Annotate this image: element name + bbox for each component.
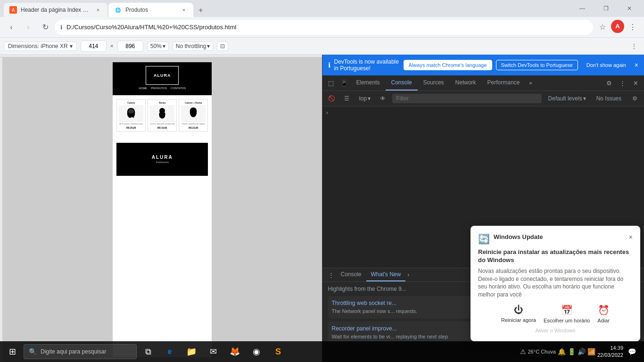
switch-portuguese-button[interactable]: Switch DevTools to Portuguese [496, 60, 578, 70]
devtools-notification: ℹ DevTools is now available in Portugues… [322, 55, 644, 75]
wu-watermark: Ativar o Windows [478, 327, 633, 334]
bottom-tab-console[interactable]: Console [336, 268, 366, 281]
explorer-button[interactable]: 📁 [181, 341, 202, 362]
tray-battery-icon[interactable]: 🔋 [568, 348, 576, 355]
bottom-more-button[interactable]: › [405, 269, 411, 281]
console-settings-button[interactable]: ⚙ [629, 93, 640, 104]
log-levels-label: Default levels [548, 95, 582, 102]
bottom-tab-whats-new[interactable]: What's New [366, 268, 406, 281]
tray-network-icon[interactable]: 🔔 [558, 348, 566, 355]
reload-button[interactable]: ↻ [38, 20, 53, 35]
minimize-button[interactable]: — [571, 1, 593, 16]
combo-icon [188, 107, 199, 121]
throttle-chevron-icon: ▾ [207, 43, 210, 49]
back-button[interactable]: ‹ [4, 20, 19, 35]
address-bar[interactable]: ℹ D:/Cursos/Curso%20Alura/HTML%20+%20CSS… [55, 20, 593, 35]
tab-1-close[interactable]: × [94, 6, 102, 14]
watch-expressions-button[interactable]: 👁 [377, 93, 388, 104]
task-view-button[interactable]: ⧉ [138, 341, 158, 362]
close-button[interactable]: ✕ [619, 1, 640, 16]
zoom-selector[interactable]: 50% ▾ [147, 41, 169, 51]
product-desc-2: Corte e aparador profissional [150, 123, 174, 125]
site-logo: ALURA [146, 66, 179, 85]
devtools-close-button[interactable]: ✕ [629, 76, 642, 90]
start-button[interactable]: ⊞ [2, 341, 23, 362]
execution-context-selector[interactable]: top ▾ [356, 94, 374, 103]
bottom-tabs-more-btn[interactable]: ⋮ [326, 269, 336, 281]
inspect-element-button[interactable]: ⬚ [324, 76, 338, 90]
preview-scrollable[interactable]: ALURA HOME PRODUTOS CONTATOS [3, 58, 322, 362]
tab-elements[interactable]: Elements [351, 75, 386, 90]
product-desc-3: Pacote completo de cabelo [181, 123, 206, 125]
tab-sources[interactable]: Sources [418, 75, 450, 90]
product-price-1: R$ 25,00 [119, 126, 143, 129]
no-issues-button[interactable]: No Issues [593, 94, 625, 103]
tab-console[interactable]: Console [386, 75, 418, 90]
tray-date-value: 22/03/2022 [597, 352, 623, 359]
wu-snooze-button[interactable]: ⏰ Adiar [597, 304, 610, 323]
wu-close-button[interactable]: × [629, 233, 633, 241]
toolbar-actions: ☆ A ⋮ [595, 20, 640, 35]
tray-wifi-icon[interactable]: 📶 [587, 348, 595, 355]
height-input[interactable] [117, 41, 143, 52]
device-selector[interactable]: Dimensions: iPhone XR ▾ [4, 41, 77, 51]
tray-warning-icon[interactable]: ⚠ [520, 348, 526, 355]
wu-schedule-button[interactable]: 📅 Escolher um horário [544, 304, 590, 323]
tab-2[interactable]: 🌐 Produtos × [108, 3, 193, 17]
notification-center-button[interactable]: 💬 [625, 345, 638, 358]
new-tab-button[interactable]: + [194, 4, 207, 17]
tray-volume-icon[interactable]: 🔊 [578, 348, 586, 355]
maximize-button[interactable]: ❐ [595, 1, 617, 16]
footer-banner: ALURA barbearia [116, 143, 208, 176]
match-language-button[interactable]: Always match Chrome's language [404, 60, 492, 70]
device-toolbar-button[interactable]: 📱 [338, 76, 351, 90]
tab-2-close[interactable]: × [180, 6, 188, 14]
product-card-barba: Barba Corte e apa [148, 99, 177, 132]
chrome-button[interactable]: ◉ [246, 341, 267, 362]
log-levels-selector[interactable]: Default levels ▾ [545, 94, 589, 103]
notification-close-button[interactable]: × [635, 61, 638, 69]
tab-network[interactable]: Network [450, 75, 482, 90]
zoom-chevron-icon: ▾ [163, 43, 165, 49]
bookmark-button[interactable]: ☆ [595, 20, 610, 35]
wu-restart-button[interactable]: ⏻ Reiniciar agora [501, 304, 536, 323]
rulers-button[interactable]: ⊡ [217, 41, 228, 51]
edge-button[interactable]: e [159, 341, 180, 362]
console-filter-input[interactable] [392, 94, 541, 103]
mobile-preview: ALURA HOME PRODUTOS CONTATOS [113, 62, 212, 357]
taskbar-search-icon: 🔍 [29, 348, 37, 355]
site-navigation: HOME PRODUTOS CONTATOS [139, 85, 186, 91]
menu-button[interactable]: ⋮ [625, 20, 640, 35]
devtools-more-button[interactable]: ⋮ [616, 76, 629, 90]
dont-show-again-button[interactable]: Don't show again [582, 60, 631, 70]
address-text: D:/Cursos/Curso%20Alura/HTML%20+%20CSS/p… [66, 24, 587, 31]
wu-header: 🔄 Windows Update × [478, 233, 633, 245]
sublime-button[interactable]: S [268, 341, 289, 362]
console-sidebar-button[interactable]: ☰ [341, 93, 353, 104]
tray-datetime[interactable]: 14:39 22/03/2022 [597, 345, 623, 359]
tabs-more-button[interactable]: » [525, 76, 536, 90]
product-price-2: R$ 10,00 [150, 126, 174, 129]
responsive-more-button[interactable]: ⋮ [628, 41, 640, 51]
forward-button[interactable]: › [21, 20, 36, 35]
clear-console-button[interactable]: 🚫 [326, 93, 338, 104]
title-bar: A Header da página Index difere d... × 🌐… [0, 0, 644, 17]
width-input[interactable] [81, 41, 107, 52]
throttle-selector[interactable]: No throttling ▾ [173, 41, 214, 51]
tab-performance[interactable]: Performance [482, 75, 526, 90]
devtools-settings-button[interactable]: ⚙ [603, 76, 616, 90]
mail-button[interactable]: ✉ [203, 341, 223, 362]
console-expand-button[interactable]: › [322, 108, 644, 117]
products-grid: Cabelo No luxurio [116, 99, 208, 132]
device-label: Dimensions: iPhone XR [8, 43, 68, 49]
wu-watermark-text: Ativar o Windows [536, 328, 576, 333]
product-name-3: Cabelo + Barba [181, 101, 206, 104]
wu-headline: Reinicie para instalar as atualizações m… [478, 248, 633, 264]
nav-contatos: CONTATOS [171, 87, 186, 90]
taskbar-search[interactable]: 🔍 Digite aqui para pesquisar [24, 344, 137, 359]
tab-1[interactable]: A Header da página Index difere d... × [4, 3, 107, 17]
profile-button[interactable]: A [611, 20, 624, 33]
wu-body: Reinicie para instalar as atualizações m… [478, 248, 633, 299]
firefox-button[interactable]: 🦊 [224, 341, 245, 362]
wu-body-text: Novas atualizações estão prontas para o … [478, 267, 633, 299]
